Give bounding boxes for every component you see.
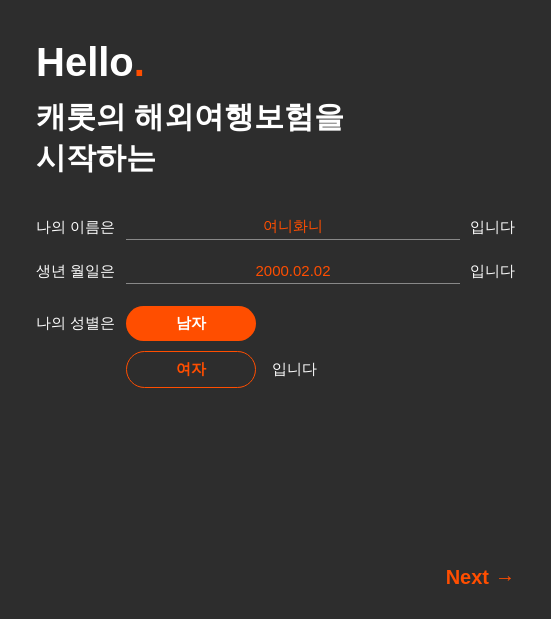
female-row: 여자 입니다	[126, 351, 317, 388]
next-arrow-icon: →	[495, 566, 515, 589]
birth-label: 생년 월일은	[36, 262, 126, 281]
gender-label: 나의 성별은	[36, 306, 126, 333]
birth-row: 생년 월일은 입니다	[36, 258, 515, 284]
next-button[interactable]: Next →	[446, 566, 515, 589]
birth-suffix: 입니다	[470, 262, 515, 281]
gender-buttons: 남자 여자 입니다	[126, 306, 317, 388]
name-input[interactable]	[126, 214, 460, 240]
hello-dot: .	[134, 40, 145, 85]
name-row: 나의 이름은 입니다	[36, 214, 515, 240]
hello-title: Hello .	[36, 40, 515, 85]
male-button[interactable]: 남자	[126, 306, 256, 341]
form-section: 나의 이름은 입니다 생년 월일은 입니다 나의 성별은 남자 여자 입니다	[36, 214, 515, 388]
female-suffix: 입니다	[272, 360, 317, 379]
main-container: Hello . 캐롯의 해외여행보험을 시작하는 나의 이름은 입니다 생년 월…	[0, 0, 551, 619]
female-button[interactable]: 여자	[126, 351, 256, 388]
subtitle-line1: 캐롯의 해외여행보험을	[36, 97, 515, 138]
name-label: 나의 이름은	[36, 218, 126, 237]
subtitle-line2: 시작하는	[36, 138, 515, 179]
birth-input[interactable]	[126, 258, 460, 284]
hello-text: Hello	[36, 40, 134, 85]
subtitle: 캐롯의 해외여행보험을 시작하는	[36, 97, 515, 178]
next-label: Next	[446, 566, 489, 589]
name-suffix: 입니다	[470, 218, 515, 237]
gender-section: 나의 성별은 남자 여자 입니다	[36, 306, 515, 388]
